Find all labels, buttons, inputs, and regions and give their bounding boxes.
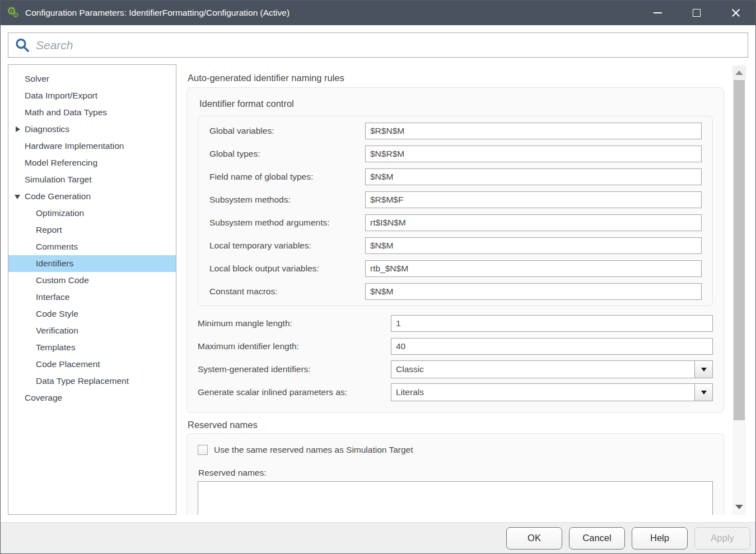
format-field-row: Subsystem method arguments: [209,214,702,231]
minimize-button[interactable] [638,0,677,25]
sidebar-item-label: Code Generation [25,191,91,201]
sidebar-item-code-style[interactable]: Code Style [8,306,176,322]
field-label-global-types: Global types: [209,149,365,159]
title-bar: ⚙ ⚙ Configuration Parameters: Identifier… [0,0,756,25]
dropdown-button[interactable] [694,384,712,401]
scroll-down-button[interactable] [732,500,746,514]
cancel-button[interactable]: Cancel [569,527,625,550]
field-input-minimum-mangle-length[interactable] [391,315,713,332]
sidebar-item-label: Report [36,225,62,234]
sidebar-item-coverage[interactable]: Coverage [8,389,176,406]
sidebar-item-report[interactable]: Report [8,222,176,238]
sidebar-item-custom-code[interactable]: Custom Code [8,272,176,289]
sidebar-item-math-and-data-types[interactable]: Math and Data Types [8,104,176,121]
field-input-field-name-of-global-types[interactable] [365,168,702,185]
sidebar-item-label: Identifiers [36,259,73,268]
maximize-button[interactable] [677,0,716,25]
field-input-maximum-identifier-length[interactable] [391,338,713,355]
field-input-local-block-output-variables[interactable] [365,260,702,277]
scroll-up-button[interactable] [732,65,746,79]
chevron-down-icon [701,391,707,395]
field-input-subsystem-method-arguments[interactable] [365,214,702,231]
field-input-subsystem-methods[interactable] [365,191,702,208]
reserved-names-group: Use the same reserved names as Simulatio… [186,433,724,515]
sidebar-item-solver[interactable]: Solver [8,71,176,87]
format-field-row: Global variables: [209,123,702,139]
field-label-local-block-output-variables: Local block output variables: [209,264,365,274]
dropdown-button[interactable] [694,361,712,378]
sidebar-item-data-type-replacement[interactable]: Data Type Replacement [8,373,176,389]
sidebar-item-hardware-implementation[interactable]: Hardware Implementation [8,138,176,154]
group-title-identifier-format-control: Identifier format control [199,98,713,109]
scrollbar-thumb[interactable] [734,80,745,420]
sidebar-item-label: Custom Code [36,275,89,285]
sidebar-item-label: Code Style [36,309,78,318]
sidebar-item-label: Simulation Target [25,175,91,184]
sidebar-item-optimization[interactable]: Optimization [8,205,176,222]
sidebar-item-label: Solver [25,74,49,83]
dropdown-selected-value: Classic [391,364,694,374]
chevron-down-icon[interactable] [15,195,20,199]
gears-icon: ⚙ ⚙ [7,6,21,20]
sidebar-item-code-generation[interactable]: Code Generation [8,188,176,205]
field-label-system-generated-identifiers: System-generated identifiers: [198,364,391,374]
setting-row: System-generated identifiers:Classic [198,361,713,378]
sidebar-item-label: Model Referencing [25,158,97,167]
use-same-reserved-names-label: Use the same reserved names as Simulatio… [214,445,413,455]
sidebar-item-diagnostics[interactable]: Diagnostics [8,121,176,138]
sidebar-item-label: Coverage [25,393,62,402]
dropdown-system-generated-identifiers[interactable]: Classic [391,360,713,378]
sidebar-item-label: Data Type Replacement [36,376,129,386]
naming-rules-group: Identifier format control Global variabl… [186,87,724,413]
format-field-row: Global types: [209,145,702,162]
sidebar-item-label: Comments [36,242,78,251]
close-button[interactable] [716,0,755,25]
setting-row: Maximum identifier length: [198,338,713,355]
field-label-minimum-mangle-length: Minimum mangle length: [198,318,391,328]
sidebar-item-identifiers[interactable]: Identifiers [8,255,176,272]
footer-button-bar: OK Cancel Help Apply [1,522,755,553]
sidebar-item-comments[interactable]: Comments [8,238,176,255]
sidebar-item-code-placement[interactable]: Code Placement [8,356,176,373]
sidebar-item-data-import-export[interactable]: Data Import/Export [8,87,176,104]
field-input-constant-macros[interactable] [365,283,702,300]
scroll-up-icon [735,71,743,75]
help-button[interactable]: Help [632,527,688,550]
format-field-row: Constant macros: [209,283,702,300]
field-label-local-temporary-variables: Local temporary variables: [209,241,365,251]
format-field-row: Field name of global types: [209,168,702,185]
scrollbar[interactable] [732,65,746,515]
window-title: Configuration Parameters: IdentifierForm… [25,8,290,18]
reserved-names-label: Reserved names: [198,467,713,478]
field-input-global-types[interactable] [365,145,702,162]
sidebar-item-label: Hardware Implementation [25,141,124,151]
field-input-global-variables[interactable] [365,123,702,139]
chevron-right-icon[interactable] [16,126,20,132]
field-input-local-temporary-variables[interactable] [365,237,702,254]
identifier-settings: Minimum mangle length:Maximum identifier… [198,315,713,401]
sidebar-item-model-referencing[interactable]: Model Referencing [8,154,176,171]
main-panel: Auto-generated identifier naming rules I… [185,64,731,515]
use-same-reserved-names-checkbox[interactable] [198,445,208,455]
field-label-constant-macros: Constant macros: [209,287,365,297]
sidebar-item-interface[interactable]: Interface [8,289,176,306]
sidebar-item-templates[interactable]: Templates [8,339,176,356]
field-label-generate-scalar-inlined-parameters-as: Generate scalar inlined parameters as: [198,387,391,397]
use-same-reserved-names-row: Use the same reserved names as Simulatio… [198,444,713,456]
reserved-names-input[interactable] [198,481,713,515]
sidebar-tree: SolverData Import/ExportMath and Data Ty… [8,64,176,515]
field-label-global-variables: Global variables: [209,126,365,136]
sidebar-item-simulation-target[interactable]: Simulation Target [8,171,176,188]
maximize-icon [693,9,701,17]
search-box[interactable] [8,32,748,58]
dropdown-generate-scalar-inlined-parameters-as[interactable]: Literals [391,383,713,401]
sidebar-item-verification[interactable]: Verification [8,322,176,339]
sidebar-item-label: Math and Data Types [25,107,107,117]
search-icon [15,37,30,53]
search-input[interactable] [35,33,748,57]
field-label-maximum-identifier-length: Maximum identifier length: [198,341,391,351]
apply-button[interactable]: Apply [694,527,750,550]
ok-button[interactable]: OK [506,527,562,550]
format-field-row: Subsystem methods: [209,191,702,208]
field-label-subsystem-method-arguments: Subsystem method arguments: [209,218,365,228]
